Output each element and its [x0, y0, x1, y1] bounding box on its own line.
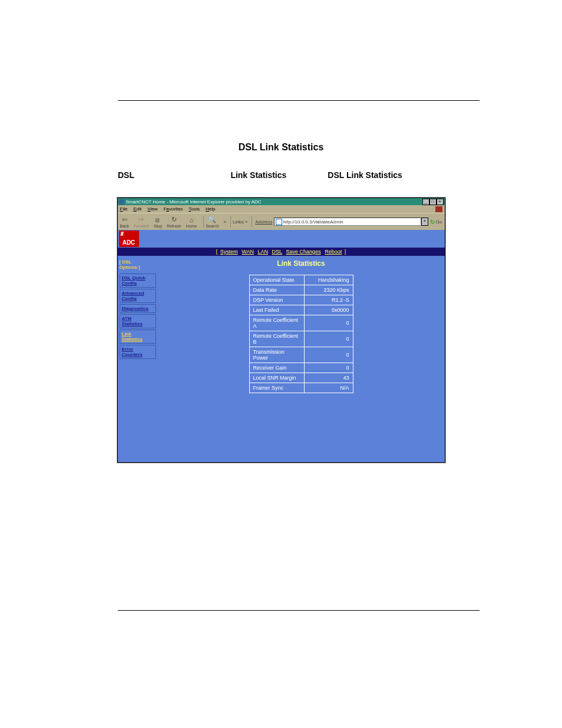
stat-key: Transmission Power: [249, 347, 304, 363]
bracket-right: ]: [345, 249, 346, 255]
stop-button[interactable]: ⦻Stop: [154, 216, 162, 228]
toolbar-overflow-icon[interactable]: »: [224, 219, 226, 225]
stat-key: Data Rate: [249, 285, 304, 295]
stat-value: 2320 Kbps: [304, 285, 353, 295]
nav-wan[interactable]: WAN: [242, 249, 254, 255]
menu-view[interactable]: View: [147, 206, 157, 212]
menu-edit[interactable]: Edit: [133, 206, 141, 212]
minimize-button[interactable]: _: [422, 199, 429, 205]
window-controls: _□×: [422, 199, 444, 205]
home-icon: ⌂: [187, 216, 196, 224]
page-heading: Link Statistics: [164, 259, 439, 268]
go-icon: ↻: [430, 219, 435, 225]
nav-lan[interactable]: LAN: [258, 249, 269, 255]
go-button[interactable]: ↻Go: [430, 219, 442, 225]
links-overflow-icon[interactable]: »: [245, 219, 247, 225]
address-input[interactable]: http://10.0.0.3/ValidateAdmin: [274, 218, 421, 226]
menu-favorites[interactable]: Favorites: [163, 206, 183, 212]
stat-key: DSP Version: [249, 295, 304, 305]
search-icon: 🔍: [208, 216, 216, 224]
sidebar-item-dsl-quick-config[interactable]: DSL Quick Config: [120, 274, 156, 288]
stat-key: Receiver Gain: [249, 363, 304, 373]
bracket-left: [: [216, 249, 218, 255]
sidebar-heading: [ DSL Options ]: [120, 259, 156, 270]
stat-value: 43: [304, 373, 353, 383]
stat-value: 0x0000: [304, 305, 353, 315]
toolbar-separator: [252, 216, 252, 228]
window-title: SmartCNCT Home - Microsoft Internet Expl…: [126, 199, 262, 205]
menu-help[interactable]: Help: [206, 206, 215, 212]
sidebar-item-error-counters[interactable]: Error Counters: [120, 345, 156, 359]
table-row: Remote Coefficient B0: [249, 331, 353, 347]
stat-key: Last Failed: [249, 305, 304, 315]
table-row: Data Rate2320 Kbps: [249, 285, 353, 295]
menubar: File Edit View Favorites Tools Help: [118, 205, 445, 213]
table-row: Operational StateHandshaking: [249, 275, 353, 285]
stat-value: 0: [304, 363, 353, 373]
forward-button[interactable]: ⇨Forward: [134, 216, 149, 228]
home-button[interactable]: ⌂Home: [186, 216, 197, 228]
top-nav: [ System WAN LAN DSL Save Changes Reboot…: [118, 248, 445, 256]
intro-word-dsl: DSL: [118, 170, 134, 180]
nav-save-changes[interactable]: Save Changes: [286, 249, 321, 255]
nav-dsl[interactable]: DSL: [272, 249, 283, 255]
table-row: Remote Coefficient A0: [249, 315, 353, 331]
main-area: [ DSL Options ] DSL Quick Config Advance…: [118, 256, 445, 462]
stat-value: 0: [304, 347, 353, 363]
intro-word-link-stats: Link Statistics: [230, 170, 286, 180]
stat-key: Remote Coefficient B: [249, 331, 304, 347]
logo-row: ADC: [118, 230, 445, 248]
page-icon: [276, 219, 282, 225]
address-dropdown-button[interactable]: ▾: [421, 218, 428, 226]
intro-line: DSL Link Statistics DSL Link Statistics: [118, 170, 480, 180]
forward-arrow-icon: ⇨: [137, 216, 146, 224]
links-label[interactable]: Links: [233, 219, 244, 225]
titlebar: SmartCNCT Home - Microsoft Internet Expl…: [118, 198, 445, 205]
horizontal-rule-top: [118, 100, 480, 101]
sidebar-item-link-statistics[interactable]: Link Statistics: [120, 330, 156, 344]
refresh-button[interactable]: ↻Refresh: [167, 216, 181, 228]
stat-value: 0: [304, 331, 353, 347]
content: Link Statistics Operational StateHandsha…: [158, 256, 445, 450]
refresh-icon: ↻: [170, 216, 178, 224]
search-button[interactable]: 🔍Search: [206, 216, 219, 228]
menu-file[interactable]: File: [120, 206, 128, 212]
sidebar-item-diagnostics[interactable]: Diagnostics: [120, 304, 156, 313]
toolbar: ⇦Back ⇨Forward ⦻Stop ↻Refresh ⌂Home 🔍Sea…: [118, 213, 445, 230]
stat-value: N/A: [304, 383, 353, 393]
back-button[interactable]: ⇦Back: [120, 216, 130, 228]
stat-key: Local SNR Margin: [249, 373, 304, 383]
nav-reboot[interactable]: Reboot: [325, 249, 342, 255]
sidebar-item-advanced-config[interactable]: Advanced Config: [120, 289, 156, 303]
maximize-button[interactable]: □: [429, 199, 437, 205]
ie-icon: [119, 199, 124, 205]
close-button[interactable]: ×: [437, 199, 444, 205]
stat-key: Framer Sync: [249, 383, 304, 393]
table-row: Framer SyncN/A: [249, 383, 353, 393]
horizontal-rule-bottom: [118, 610, 480, 611]
stat-key: Operational State: [249, 275, 304, 285]
table-row: Last Failed0x0000: [249, 305, 353, 315]
table-row: Local SNR Margin43: [249, 373, 353, 383]
table-row: Transmission Power0: [249, 347, 353, 363]
adc-logo: ADC: [119, 230, 139, 247]
toolbar-separator: [230, 216, 231, 228]
stat-value: 0: [304, 315, 353, 331]
stats-table: Operational StateHandshaking Data Rate23…: [249, 275, 353, 393]
toolbar-separator: [203, 216, 204, 228]
address-label: Address: [255, 219, 272, 225]
windows-flag-icon: [435, 206, 442, 212]
stop-icon: ⦻: [154, 216, 162, 224]
sidebar-item-atm-statistics[interactable]: ATM Statistics: [120, 314, 156, 328]
address-value: http://10.0.0.3/ValidateAdmin: [283, 219, 343, 225]
intro-word-dsl-link-stats: DSL Link Statistics: [328, 170, 402, 180]
section-title: DSL Link Statistics: [0, 142, 562, 153]
sidebar: [ DSL Options ] DSL Quick Config Advance…: [118, 256, 158, 450]
stat-value: Handshaking: [304, 275, 353, 285]
table-row: DSP VersionR1.2 -5: [249, 295, 353, 305]
table-row: Receiver Gain0: [249, 363, 353, 373]
nav-system[interactable]: System: [220, 249, 238, 255]
stat-value: R1.2 -5: [304, 295, 353, 305]
menu-tools[interactable]: Tools: [189, 206, 200, 212]
back-arrow-icon: ⇦: [120, 216, 128, 224]
